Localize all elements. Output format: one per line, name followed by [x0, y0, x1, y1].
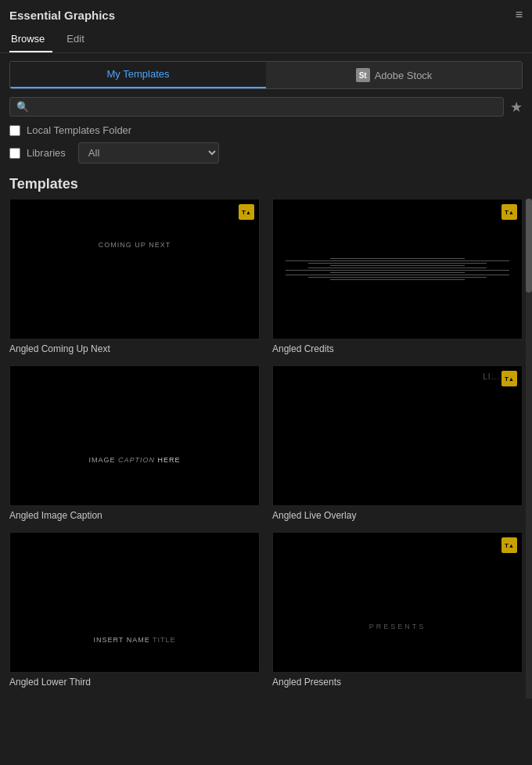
list-item[interactable]: IMAGE CAPTION HEREAngled Image Caption	[9, 365, 266, 532]
template-label: Angled Image Caption	[9, 510, 260, 521]
stock-icon: St	[356, 68, 370, 82]
template-thumbnail: IMAGE CAPTION HERE	[9, 365, 260, 506]
section-templates-label: Templates	[0, 173, 532, 199]
favorites-star-btn[interactable]: ★	[510, 99, 523, 116]
template-label: Angled Credits	[272, 343, 523, 354]
local-templates-checkbox[interactable]	[9, 125, 20, 136]
libraries-checkbox[interactable]	[9, 148, 20, 159]
credits-line	[330, 279, 465, 280]
libraries-filter-row: Libraries All	[9, 142, 523, 163]
template-source-toggle: My Templates St Adobe Stock	[9, 61, 523, 89]
tab-edit[interactable]: Edit	[65, 28, 92, 52]
template-label: Angled Coming Up Next	[9, 343, 260, 354]
search-icon: 🔍	[16, 101, 29, 113]
list-item[interactable]: INSERT NAME TITLEAngled Lower Third	[9, 532, 266, 699]
header: Essential Graphics ≡	[0, 0, 532, 28]
credits-lines	[286, 258, 509, 280]
live-overlay-text: LI...	[483, 372, 500, 381]
search-input[interactable]	[34, 101, 497, 113]
menu-icon[interactable]: ≡	[516, 8, 523, 22]
template-thumbnail: T▲PRESENTS	[272, 532, 523, 673]
local-templates-filter-row: Local Templates Folder	[9, 124, 523, 136]
search-wrap: 🔍	[9, 97, 504, 117]
list-item[interactable]: T▲LI...Angled Live Overlay	[266, 365, 523, 532]
credits-line	[330, 265, 465, 266]
scrollbar-thumb[interactable]	[526, 199, 532, 293]
templates-scroll-area: T▲COMING UP NEXTAngled Coming Up NextT▲A…	[0, 199, 532, 699]
template-thumbnail: T▲COMING UP NEXT	[9, 199, 260, 339]
credits-line	[286, 260, 509, 261]
credits-line	[308, 277, 487, 278]
list-item[interactable]: T▲PRESENTSAngled Presents	[266, 532, 523, 699]
template-label: Angled Live Overlay	[272, 510, 523, 521]
thumbnail-text: IMAGE CAPTION HERE	[88, 456, 180, 464]
template-badge: T▲	[501, 204, 517, 220]
thumbnail-text: PRESENTS	[369, 623, 426, 630]
template-badge: T▲	[239, 204, 254, 220]
libraries-select[interactable]: All	[78, 142, 219, 163]
template-badge: T▲	[501, 371, 517, 386]
credits-line	[330, 272, 465, 273]
credits-line	[308, 268, 487, 268]
adobe-stock-label: Adobe Stock	[375, 70, 433, 81]
template-badge: T▲	[501, 537, 517, 553]
local-templates-label: Local Templates Folder	[27, 124, 131, 136]
credits-line	[308, 263, 487, 264]
template-label: Angled Lower Third	[9, 677, 260, 688]
template-thumbnail: T▲	[272, 199, 523, 339]
thumbnail-text: INSERT NAME TITLE	[93, 636, 175, 644]
template-thumbnail: T▲LI...	[272, 365, 523, 506]
tab-browse[interactable]: Browse	[9, 28, 52, 52]
adobe-stock-btn[interactable]: St Adobe Stock	[266, 62, 522, 88]
credits-line	[286, 275, 509, 275]
tab-bar: Browse Edit	[0, 28, 532, 53]
app-title: Essential Graphics	[9, 9, 115, 22]
libraries-label: Libraries	[27, 147, 66, 159]
thumbnail-text: COMING UP NEXT	[99, 241, 171, 249]
credits-line	[330, 258, 465, 259]
templates-grid: T▲COMING UP NEXTAngled Coming Up NextT▲A…	[0, 199, 532, 699]
template-thumbnail: INSERT NAME TITLE	[9, 532, 260, 673]
list-item[interactable]: T▲COMING UP NEXTAngled Coming Up Next	[9, 199, 266, 365]
list-item[interactable]: T▲Angled Credits	[266, 199, 523, 365]
template-label: Angled Presents	[272, 677, 523, 688]
my-templates-btn[interactable]: My Templates	[10, 62, 266, 88]
scrollbar-track[interactable]	[526, 199, 532, 699]
credits-line	[286, 270, 509, 271]
search-row: 🔍 ★	[9, 97, 523, 117]
